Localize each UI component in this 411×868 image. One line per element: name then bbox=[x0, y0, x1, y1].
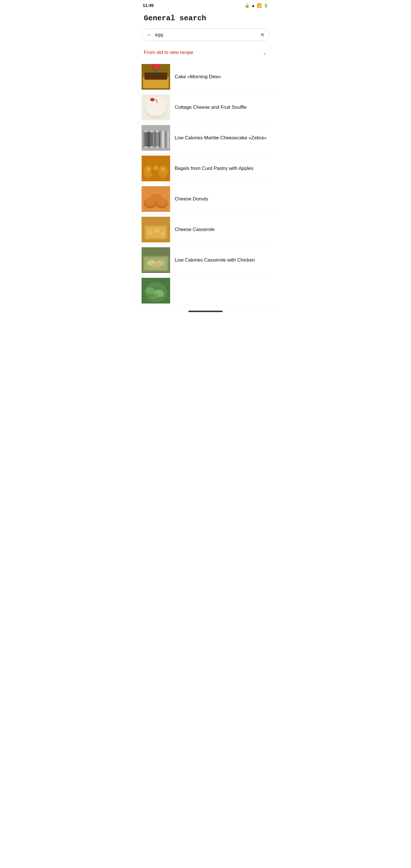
svg-point-24 bbox=[161, 167, 165, 172]
recipe-item[interactable]: Cheese Casserole bbox=[137, 214, 274, 245]
recipe-name: Cheese Casserole bbox=[175, 226, 215, 233]
chevron-down-icon[interactable]: ⌄ bbox=[262, 49, 267, 56]
sort-filter-row[interactable]: From old to new recipe ⌄ bbox=[137, 48, 274, 62]
svg-point-37 bbox=[161, 232, 165, 236]
status-bar: 11:45 🔒 ▲ 📶 🔋 bbox=[137, 0, 274, 9]
back-button[interactable]: ← bbox=[147, 31, 152, 38]
recipe-name: Cottage Cheese and Fruit Souffle bbox=[175, 104, 247, 111]
svg-point-46 bbox=[146, 287, 154, 294]
svg-rect-16 bbox=[154, 132, 160, 147]
svg-point-23 bbox=[154, 165, 158, 170]
svg-point-43 bbox=[151, 264, 161, 268]
lock-icon: 🔒 bbox=[245, 3, 249, 8]
recipe-item[interactable]: Low Calories Casserole with Chicken bbox=[137, 245, 274, 276]
svg-point-22 bbox=[147, 167, 151, 172]
recipe-thumbnail bbox=[141, 64, 170, 90]
search-bar: ← ✕ bbox=[141, 28, 270, 41]
sort-label[interactable]: From old to new recipe bbox=[144, 50, 193, 55]
bottom-indicator bbox=[188, 311, 223, 312]
search-input[interactable] bbox=[155, 32, 257, 38]
recipe-list: Cake «Morning Dew» Cottage Cheese and Fr… bbox=[137, 62, 274, 306]
svg-point-31 bbox=[151, 194, 161, 202]
battery-icon: 🔋 bbox=[263, 3, 268, 8]
svg-rect-15 bbox=[145, 132, 153, 147]
recipe-thumbnail bbox=[141, 94, 170, 120]
recipe-thumbnail bbox=[141, 156, 170, 181]
svg-point-48 bbox=[150, 293, 158, 299]
svg-point-35 bbox=[148, 230, 152, 235]
svg-point-9 bbox=[147, 97, 164, 104]
recipe-name: Cheese Donuts bbox=[175, 195, 208, 203]
wifi-icon: ▲ bbox=[251, 3, 255, 8]
signal-icon: 📶 bbox=[257, 3, 262, 8]
recipe-item[interactable]: Bagels from Curd Pastry with Apples bbox=[137, 153, 274, 184]
recipe-name: Cake «Morning Dew» bbox=[175, 73, 221, 80]
recipe-item[interactable] bbox=[137, 276, 274, 306]
svg-point-5 bbox=[153, 69, 159, 72]
recipe-item[interactable]: Cottage Cheese and Fruit Souffle bbox=[137, 92, 274, 123]
recipe-thumbnail bbox=[141, 217, 170, 242]
status-icons: 🔒 ▲ 📶 🔋 bbox=[245, 3, 268, 8]
recipe-name: Low Calories Marble Cheesecake «Zebra» bbox=[175, 134, 266, 141]
clear-button[interactable]: ✕ bbox=[260, 32, 264, 38]
recipe-item[interactable]: Low Calories Marble Cheesecake «Zebra» bbox=[137, 123, 274, 153]
recipe-thumbnail bbox=[141, 186, 170, 212]
recipe-name: Bagels from Curd Pastry with Apples bbox=[175, 165, 253, 172]
recipe-name: Low Calories Casserole with Chicken bbox=[175, 257, 255, 264]
recipe-thumbnail bbox=[141, 125, 170, 151]
svg-point-36 bbox=[155, 229, 160, 233]
svg-point-10 bbox=[150, 98, 155, 101]
recipe-item[interactable]: Cake «Morning Dew» bbox=[137, 62, 274, 92]
recipe-item[interactable]: Cheese Donuts bbox=[137, 184, 274, 214]
recipe-thumbnail bbox=[141, 278, 170, 304]
page-title: General search bbox=[137, 9, 274, 28]
recipe-thumbnail bbox=[141, 247, 170, 273]
svg-rect-2 bbox=[145, 72, 167, 80]
status-time: 11:45 bbox=[143, 3, 154, 8]
